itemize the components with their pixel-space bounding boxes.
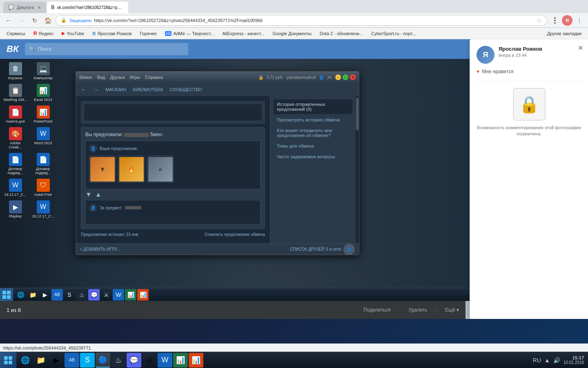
- inner-taskbar-ppt2[interactable]: 📊: [137, 289, 149, 301]
- inner-taskbar-ie[interactable]: 🌐: [15, 289, 26, 301]
- tray-arrow[interactable]: ▲: [544, 357, 550, 364]
- inner-icon-19-1[interactable]: W 19.12.17_C...: [2, 177, 29, 198]
- steam-minimize-button[interactable]: −: [335, 74, 341, 80]
- outer-taskbar-word[interactable]: W: [158, 353, 172, 368]
- inner-icon-playkey[interactable]: ▶ Playkey: [2, 199, 29, 220]
- delete-button[interactable]: Удалить: [408, 307, 427, 313]
- steam-trade-item-2[interactable]: 🔥: [118, 156, 145, 182]
- outer-taskbar-media[interactable]: ▶: [49, 353, 64, 368]
- inner-icon-adobe[interactable]: 🎨 Adobe Creati...: [2, 126, 29, 150]
- inner-taskbar-excel2[interactable]: 📊: [125, 289, 136, 301]
- inner-taskbar-ab[interactable]: AB: [51, 289, 63, 301]
- bookmark-yandex[interactable]: Я Яндекс: [30, 30, 57, 37]
- inner-icon-19-2[interactable]: W 19.12.17_C...: [30, 199, 56, 220]
- outer-start-button[interactable]: [0, 352, 16, 368]
- steam-menu-steam[interactable]: Steam: [79, 75, 92, 80]
- home-button[interactable]: 🏠: [42, 15, 53, 26]
- steam-menu-igry[interactable]: Игры: [129, 75, 140, 80]
- bookmark-aliexpress[interactable]: AliExpress - качест...: [219, 30, 268, 37]
- settings-button[interactable]: ⋮: [574, 15, 585, 26]
- inner-icon-computer[interactable]: 💻 Компьютер: [30, 61, 56, 81]
- steam-nav-store[interactable]: МАГАЗИН: [105, 87, 126, 92]
- outer-taskbar-ppt[interactable]: 📊: [189, 353, 203, 368]
- bookmark-goryachee[interactable]: Горячее: [137, 30, 160, 37]
- panel-close-button[interactable]: ✕: [578, 44, 583, 52]
- outer-taskbar-excel[interactable]: 📊: [173, 353, 188, 368]
- vk-search-box[interactable]: 🔍 Поиск: [25, 43, 188, 55]
- profile-button[interactable]: Я: [562, 15, 572, 26]
- korzina-icon-img: 🗑: [9, 62, 22, 75]
- share-button[interactable]: Поделиться: [363, 307, 390, 313]
- steam-sidebar-topics[interactable]: Темы для обмена: [274, 141, 352, 151]
- steam-sidebar-view-history[interactable]: Просмотреть историю обмена: [274, 115, 352, 125]
- outer-taskbar-discord[interactable]: 💬: [127, 353, 141, 368]
- outer-taskbar-explorer[interactable]: 📁: [33, 353, 48, 368]
- back-button[interactable]: ←: [3, 15, 14, 26]
- bookmark-youtube[interactable]: ▶ YouTube: [58, 30, 87, 37]
- steam-window: Steam Вид Друзья Игры Справка 🔒 3,71 руб…: [76, 71, 359, 255]
- bookmark-other[interactable]: Другие закладки: [544, 30, 585, 37]
- inner-taskbar-media[interactable]: ▶: [39, 289, 51, 301]
- steam-maximize-button[interactable]: □: [343, 74, 348, 80]
- inner-icon-warthog[interactable]: 📋 Warthog GM...: [2, 83, 29, 103]
- steam-trade-title: Вы предложили: 5мен:: [85, 132, 261, 137]
- inner-start-button[interactable]: [0, 288, 13, 301]
- steam-close-button[interactable]: ✕: [350, 74, 356, 80]
- steam-nav-back[interactable]: ←: [81, 86, 87, 93]
- inner-taskbar-word[interactable]: W: [113, 289, 124, 301]
- steam-nav-community[interactable]: СООБЩЕСТВО: [169, 87, 202, 92]
- outer-taskbar-chrome[interactable]: 🔵: [96, 353, 110, 368]
- steam-cancel-trade-button[interactable]: Отменить предложение обмена: [205, 232, 265, 237]
- outer-taskbar-dota[interactable]: ⚔: [142, 353, 157, 368]
- inner-icon-korzina[interactable]: 🗑 Корзина: [2, 61, 29, 81]
- more-button[interactable]: Ещё ▾: [445, 307, 459, 313]
- inner-taskbar-dota[interactable]: ⚔: [100, 289, 112, 301]
- inner-icon-avast[interactable]: 🛡 Avast Free: [30, 177, 56, 198]
- inner-taskbar-steam2[interactable]: ♨: [76, 289, 87, 301]
- steam-nav-library[interactable]: БИБЛИОТЕКА: [133, 87, 163, 92]
- tab-vk-photo[interactable]: В vk.com/im?sel=2861052728&z=photo...: [47, 2, 128, 13]
- tab-dialogi[interactable]: 💬 Диалоги ✕: [3, 2, 47, 13]
- inner-icon-ppt[interactable]: 📊 PowerPoint: [30, 104, 56, 125]
- inner-taskbar-explorer[interactable]: 📁: [27, 289, 38, 301]
- steam-scroll-thumb[interactable]: [356, 98, 359, 130]
- reload-button[interactable]: ↻: [29, 15, 40, 26]
- bookmark-gdocs[interactable]: Google Документы: [270, 30, 315, 37]
- inner-icon-word[interactable]: W Word 2013: [30, 126, 56, 150]
- tab-dialogi-close[interactable]: ✕: [37, 4, 42, 11]
- steam-menu-spravka[interactable]: Справка: [145, 75, 163, 80]
- inner-icon-excel[interactable]: 📊 Excel 2013: [30, 83, 56, 103]
- bookmark-dota2[interactable]: Dota 2 - обновлени...: [316, 30, 366, 37]
- inner-taskbar-discord2[interactable]: 💬: [88, 289, 100, 301]
- extensions-button[interactable]: [550, 15, 560, 26]
- bookmark-star-icon[interactable]: ☆: [537, 17, 542, 24]
- steam-scrollbar[interactable]: [356, 96, 359, 243]
- steam-add-game-btn[interactable]: + ДОБАВИТЬ ИГРУ...: [80, 247, 120, 251]
- steam-trade-item-1[interactable]: 🗡: [89, 156, 116, 182]
- outer-taskbar-steam[interactable]: ♨: [111, 353, 126, 368]
- bookmark-serv[interactable]: Сервисы: [3, 30, 29, 37]
- excel-label: Excel 2013: [34, 98, 52, 102]
- outer-taskbar-skype[interactable]: S: [80, 353, 95, 368]
- tray-sound[interactable]: 🔊: [553, 357, 560, 364]
- bookmark-adme[interactable]: AD AdMe — Творчест...: [162, 30, 218, 37]
- outer-taskbar-ab[interactable]: AB: [65, 353, 79, 368]
- inner-icon-dogovor1[interactable]: 📄 Договор подряд...: [2, 152, 29, 176]
- steam-menu-vid[interactable]: Вид: [97, 75, 105, 80]
- inner-taskbar-skype[interactable]: S: [64, 289, 75, 301]
- bookmark-cybersport[interactable]: CyberSport.ru - порт...: [368, 30, 419, 37]
- steam-sidebar-history[interactable]: История отправленных предложений (0): [274, 99, 352, 114]
- inner-icon-dogovor2[interactable]: 📄 Договор подряд...: [30, 152, 56, 176]
- steam-menu-druzya[interactable]: Друзья: [110, 75, 125, 80]
- steam-friends-list-btn[interactable]: СПИСОК ДРУЗЕЙ: [290, 247, 324, 251]
- steam-trade-item-3[interactable]: ⚔: [147, 156, 174, 182]
- steam-sidebar-who-can[interactable]: Кто может отправлять мне предложения об …: [274, 126, 352, 140]
- outer-taskbar-ie[interactable]: 🌐: [18, 353, 33, 368]
- bookmark-yaroslav[interactable]: В Ярослав Рожков: [89, 30, 135, 37]
- forward-button[interactable]: →: [16, 15, 27, 26]
- address-bar[interactable]: 🔒 Защищено https://vk.com/im?sel=2861052…: [56, 15, 547, 26]
- steam-sidebar-faq[interactable]: Часто задаваемые вопросы: [274, 152, 352, 162]
- inner-icon-anketa[interactable]: 📄 Анкета для: [2, 104, 29, 125]
- steam-nav-forward[interactable]: →: [93, 86, 99, 93]
- panel-like-button[interactable]: ♥ Мне нравится: [477, 69, 581, 74]
